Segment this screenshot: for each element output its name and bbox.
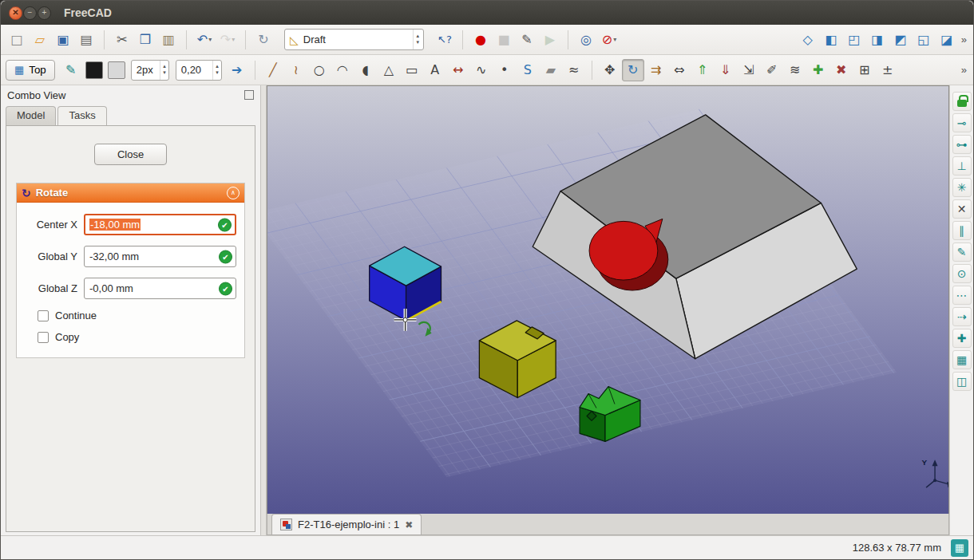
- copy-checkbox[interactable]: [38, 332, 49, 343]
- draft-wire-to-bspline-button[interactable]: ≋: [784, 59, 806, 81]
- open-document-button[interactable]: ▱: [29, 29, 51, 51]
- draft-arc-button[interactable]: ◠: [331, 59, 354, 81]
- draft-circle-button[interactable]: ○: [308, 59, 331, 81]
- snap-perpendicular-button[interactable]: ⊥: [952, 156, 972, 175]
- workbench-selector-stepper[interactable]: ▴ ▾: [413, 30, 422, 49]
- box-zoom-button[interactable]: ◎: [575, 29, 597, 51]
- toolbar-overflow-chevron[interactable]: »: [961, 34, 967, 45]
- toolbar-overflow-chevron[interactable]: »: [961, 64, 967, 76]
- document-tab[interactable]: F2-T16-ejemplo-ini : 1 ✖: [271, 514, 422, 534]
- draft-rectangle-button[interactable]: ▭: [401, 59, 423, 81]
- face-color-swatch[interactable]: [108, 61, 125, 79]
- draft-heal-button[interactable]: ±: [877, 59, 899, 81]
- line-width-stepper[interactable]: ▴ ▾: [160, 61, 168, 80]
- view-left-button[interactable]: ◪: [936, 29, 958, 51]
- autogroup-button[interactable]: ➔: [226, 59, 248, 81]
- center-x-input[interactable]: -18,00 mm ✔: [84, 214, 236, 235]
- whats-this-button[interactable]: ↖?: [434, 29, 456, 51]
- draft-shapestring-button[interactable]: S: [517, 59, 539, 81]
- line-width-spinbox[interactable]: 2px ▴ ▾: [131, 60, 169, 81]
- workbench-selector[interactable]: ◺ Draft ▴ ▾: [284, 29, 424, 50]
- draft-wire-button[interactable]: ≀: [285, 59, 307, 81]
- snap-lock-button[interactable]: [952, 92, 972, 111]
- print-button[interactable]: ▤: [75, 29, 97, 51]
- tab-tasks[interactable]: Tasks: [57, 106, 106, 125]
- draft-rotate-button[interactable]: ↻: [622, 59, 644, 81]
- toggle-grid-button[interactable]: ▦: [951, 539, 968, 557]
- snap-midpoint-button[interactable]: ⊶: [952, 135, 972, 154]
- draft-scale-button[interactable]: ⇲: [738, 59, 760, 81]
- panel-splitter[interactable]: [260, 85, 267, 535]
- refresh-button[interactable]: ↻: [252, 29, 275, 51]
- snap-parallel-button[interactable]: ∥: [952, 221, 972, 240]
- snap-special-button[interactable]: ⋯: [952, 286, 972, 305]
- redo-button[interactable]: ↷▾: [216, 29, 239, 51]
- draft-dimension-button[interactable]: ↔: [447, 59, 469, 81]
- snap-angle-button[interactable]: ✳: [952, 178, 972, 197]
- snap-extension-button[interactable]: ⇢: [952, 307, 972, 326]
- view-rear-button[interactable]: ◩: [889, 29, 912, 51]
- macro-stop-button[interactable]: ■: [493, 29, 515, 51]
- close-button[interactable]: ✕: [9, 6, 22, 20]
- text-scale-spinbox[interactable]: 0,20 ▴ ▾: [176, 60, 222, 81]
- draft-move-button[interactable]: ✥: [599, 59, 621, 81]
- view-axonometric-button[interactable]: ◇: [797, 29, 819, 51]
- draft-upgrade-button[interactable]: ⇑: [691, 59, 714, 81]
- draft-point-button[interactable]: •: [493, 59, 516, 81]
- collapse-section-button[interactable]: ∧: [227, 187, 240, 199]
- global-z-input[interactable]: -0,00 mm ✔: [84, 278, 236, 299]
- draft-facebinder-button[interactable]: ▰: [540, 59, 562, 81]
- view-bottom-button[interactable]: ◱: [913, 29, 935, 51]
- draft-bezier-button[interactable]: ≈: [563, 59, 585, 81]
- draft-del-point-button[interactable]: ✖: [830, 59, 853, 81]
- draft-ellipse-button[interactable]: ◖: [354, 59, 377, 81]
- view-right-button[interactable]: ◨: [866, 29, 889, 51]
- line-color-swatch[interactable]: [85, 61, 103, 79]
- clipping-plane-button[interactable]: ⊘▾: [598, 29, 620, 51]
- draft-polygon-button[interactable]: △: [378, 59, 400, 81]
- undo-button[interactable]: ↶▾: [193, 29, 216, 51]
- draft-line-button[interactable]: ╱: [262, 59, 284, 81]
- snap-ortho-button[interactable]: ✚: [952, 329, 972, 348]
- maximize-button[interactable]: +: [38, 6, 51, 20]
- snap-working-plane-button[interactable]: ◫: [952, 372, 972, 391]
- snap-center-button[interactable]: ⊙: [952, 264, 972, 283]
- view-front-button[interactable]: ◧: [820, 29, 842, 51]
- snap-grid-button[interactable]: ▦: [952, 350, 972, 369]
- rotate-task-header[interactable]: ↻ Rotate ∧: [17, 183, 244, 203]
- detach-panel-button[interactable]: [244, 90, 254, 100]
- cut-button[interactable]: ✂: [111, 29, 133, 51]
- draft-bspline-button[interactable]: ∿: [470, 59, 493, 81]
- 3d-canvas[interactable]: Y X: [267, 86, 948, 514]
- knob-front[interactable]: [589, 221, 658, 280]
- minimize-button[interactable]: −: [23, 6, 37, 20]
- global-y-input[interactable]: -32,00 mm ✔: [84, 246, 236, 267]
- task-close-button[interactable]: Close: [94, 144, 167, 165]
- snap-intersection-button[interactable]: ✕: [952, 199, 972, 219]
- draft-edit-button[interactable]: ✐: [761, 59, 783, 81]
- snap-near-button[interactable]: ✎: [952, 243, 972, 262]
- new-document-button[interactable]: □: [6, 29, 28, 51]
- draft-text-button[interactable]: A: [424, 59, 446, 81]
- macro-edit-button[interactable]: ✎: [516, 29, 538, 51]
- text-scale-stepper[interactable]: ▴ ▾: [212, 61, 221, 80]
- draft-trimex-button[interactable]: ⇔: [668, 59, 691, 81]
- draft-downgrade-button[interactable]: ⇓: [715, 59, 737, 81]
- view-top-button[interactable]: ◰: [843, 29, 865, 51]
- 3d-viewport[interactable]: Y X: [267, 85, 949, 514]
- macro-record-button[interactable]: ●: [469, 29, 492, 51]
- paste-button[interactable]: ▥: [157, 29, 180, 51]
- tab-model[interactable]: Model: [6, 106, 56, 125]
- draft-offset-button[interactable]: ⇉: [645, 59, 667, 81]
- construction-mode-button[interactable]: ✎: [60, 59, 82, 81]
- continue-label: Continue: [55, 310, 97, 321]
- save-button[interactable]: ▣: [52, 29, 74, 51]
- working-plane-button[interactable]: ▦ Top: [6, 60, 55, 81]
- continue-checkbox[interactable]: [38, 310, 49, 321]
- document-close-icon[interactable]: ✖: [405, 519, 413, 530]
- draft-add-point-button[interactable]: ✚: [807, 59, 829, 81]
- macro-play-button[interactable]: ▶: [539, 29, 561, 51]
- draft-shape2dview-button[interactable]: ⊞: [853, 59, 876, 81]
- snap-endpoint-button[interactable]: ⊸: [952, 113, 972, 132]
- copy-button[interactable]: ❒: [134, 29, 156, 51]
